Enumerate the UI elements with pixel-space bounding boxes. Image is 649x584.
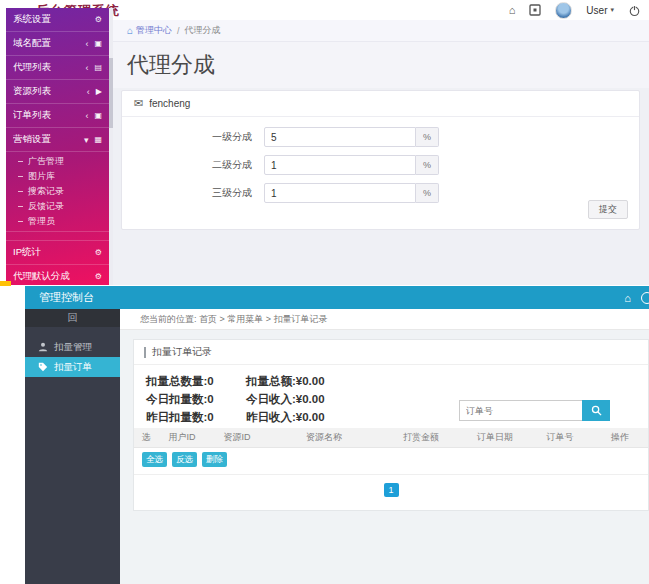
sidebar-item-deduction-orders[interactable]: 扣量订单 <box>25 357 120 377</box>
stats-row: 昨日扣量数:0 昨日收入:¥0.00 <box>146 408 325 426</box>
breadcrumb-home-link[interactable]: 管理中心 <box>136 24 172 37</box>
level1-split-input[interactable] <box>264 127 416 147</box>
console-topbar: 管理控制台 ⌂ <box>25 286 649 309</box>
form-row: 三级分成 % <box>122 183 639 203</box>
stat-total-amount: 扣量总额:¥0.00 <box>246 372 325 390</box>
stats-row: 扣量总数量:0 扣量总额:¥0.00 <box>146 372 325 390</box>
stat-yesterday-count: 昨日扣量数:0 <box>146 408 246 426</box>
apps-icon[interactable] <box>529 4 541 16</box>
dash-icon <box>18 176 23 177</box>
resize-handle[interactable] <box>0 281 11 286</box>
sidebar-item-ip-stats[interactable]: IP统计 ⚙ <box>6 240 109 265</box>
stat-total-count: 扣量总数量:0 <box>146 372 246 390</box>
user-dropdown[interactable]: User ▾ <box>586 5 614 16</box>
col-order-date: 订单日期 <box>462 431 528 444</box>
sidebar-submenu: 广告管理 图片库 搜索记录 反馈记录 管理员 <box>6 152 109 232</box>
play-icon: ▶ <box>96 87 102 96</box>
sidebar-item-domain-config[interactable]: 域名配置 ‹ ▣ <box>6 32 109 56</box>
stats-block: 扣量总数量:0 扣量总额:¥0.00 今日扣量数:0 今日收入:¥0.00 昨日… <box>146 372 325 426</box>
submenu-item-image-library[interactable]: 图片库 <box>6 169 109 184</box>
sidebar-item-agent-list[interactable]: 代理列表 ‹ ▤ <box>6 56 109 80</box>
col-resource-id: 资源ID <box>206 431 268 444</box>
submenu-item-administrators[interactable]: 管理员 <box>6 214 109 229</box>
gear-icon: ⚙ <box>95 15 102 24</box>
table-header: 选 用户ID 资源ID 资源名称 打赏金额 订单日期 订单号 操作 <box>134 428 648 448</box>
home-icon: ⌂ <box>127 25 133 36</box>
accent-bar <box>144 347 146 358</box>
panel-title: 扣量订单记录 <box>152 345 212 359</box>
sidebar-item-system-settings[interactable]: 系统设置 ⚙ <box>6 8 109 32</box>
tag-icon <box>38 362 48 372</box>
sidebar-item-label: IP统计 <box>13 246 41 259</box>
percent-addon: % <box>416 127 439 147</box>
chevron-left-icon: ‹ <box>85 39 88 49</box>
select-all-button[interactable]: 全选 <box>142 452 167 467</box>
invert-selection-button[interactable]: 反选 <box>172 452 197 467</box>
circle-icon[interactable] <box>641 292 649 304</box>
chevron-left-icon: ‹ <box>85 111 88 121</box>
page-title: 代理分成 <box>127 50 215 80</box>
search-icon <box>591 405 602 416</box>
sidebar-item-label: 扣量订单 <box>54 361 92 374</box>
delete-button[interactable]: 删除 <box>202 452 227 467</box>
pagination: 1 <box>134 474 648 505</box>
col-select: 选 <box>134 431 158 444</box>
commission-card: ✉ fencheng 一级分成 % 二级分成 % 三级分成 % <box>121 90 640 230</box>
percent-addon: % <box>416 155 439 175</box>
submenu-label: 反馈记录 <box>28 200 64 213</box>
percent-addon: % <box>416 183 439 203</box>
dash-icon <box>18 191 23 192</box>
stat-yesterday-income: 昨日收入:¥0.00 <box>246 408 325 426</box>
commission-form: 一级分成 % 二级分成 % 三级分成 % <box>122 117 639 203</box>
bulk-actions: 全选 反选 删除 <box>142 452 227 467</box>
card-header: ✉ fencheng <box>122 91 639 117</box>
sidebar-item-order-list[interactable]: 订单列表 ‹ ▣ <box>6 104 109 128</box>
breadcrumb-current: 代理分成 <box>185 24 221 37</box>
user-avatar[interactable] <box>555 2 572 19</box>
sidebar-item-deduction-management[interactable]: 扣量管理 <box>25 337 120 357</box>
chevron-left-icon: ‹ <box>85 63 88 73</box>
home-icon[interactable]: ⌂ <box>624 292 631 304</box>
sidebar-item-label: 代理列表 <box>13 61 51 74</box>
user-icon <box>38 342 48 352</box>
list-icon: ▤ <box>94 63 102 72</box>
form-row: 一级分成 % <box>122 127 639 147</box>
col-actions: 操作 <box>592 431 648 444</box>
sidebar-item-label: 资源列表 <box>13 85 51 98</box>
sidebar-primary: 系统设置 ⚙ 域名配置 ‹ ▣ 代理列表 ‹ ▤ 资源列表 ‹ ▶ 订单列表 ‹… <box>6 8 109 285</box>
app2-content: 您当前的位置: 首页 > 常用菜单 > 扣量订单记录 扣量订单记录 扣量总数量:… <box>120 309 649 584</box>
page-1-button[interactable]: 1 <box>384 483 399 497</box>
level2-split-input[interactable] <box>264 155 416 175</box>
chevron-down-icon: ▾ <box>84 135 89 145</box>
app1-content: ⌂ 管理中心 / 代理分成 代理分成 ✉ fencheng 一级分成 % 二级分… <box>113 20 649 285</box>
submenu-item-search-records[interactable]: 搜索记录 <box>6 184 109 199</box>
sidebar-item-marketing-settings[interactable]: 营销设置 ▾ ▦ <box>6 128 109 152</box>
gear-icon: ⚙ <box>95 272 102 281</box>
box-icon: ▣ <box>94 39 102 48</box>
title-band: 代理分成 <box>113 42 649 88</box>
chevron-left-icon: ‹ <box>87 87 90 97</box>
stat-today-income: 今日收入:¥0.00 <box>246 390 325 408</box>
sidebar-item-label: 营销设置 <box>13 133 51 146</box>
col-reward-amount: 打赏金额 <box>380 431 462 444</box>
power-icon[interactable] <box>628 4 641 17</box>
gear-icon: ⚙ <box>95 248 102 257</box>
orders-panel: 扣量订单记录 扣量总数量:0 扣量总额:¥0.00 今日扣量数:0 今日收入:¥… <box>133 339 649 511</box>
level3-split-input[interactable] <box>264 183 416 203</box>
col-resource-name: 资源名称 <box>268 431 380 444</box>
submenu-label: 广告管理 <box>28 155 64 168</box>
sidebar-item-resource-list[interactable]: 资源列表 ‹ ▶ <box>6 80 109 104</box>
monitor-icon: ▦ <box>94 135 102 144</box>
level3-split-label: 三级分成 <box>122 186 264 200</box>
agent-name: fencheng <box>149 98 190 109</box>
submenu-item-feedback-records[interactable]: 反馈记录 <box>6 199 109 214</box>
submenu-item-ad-management[interactable]: 广告管理 <box>6 154 109 169</box>
search-button[interactable] <box>582 400 610 421</box>
user-name: User <box>586 5 607 16</box>
screen: 后台管理系统 ⌂ User ▾ 系统设置 ⚙ 域名配置 ‹ ▣ <box>0 0 649 584</box>
home-icon[interactable]: ⌂ <box>509 2 516 18</box>
stat-today-count: 今日扣量数:0 <box>146 390 246 408</box>
search-input[interactable] <box>459 400 582 421</box>
submit-button[interactable]: 提交 <box>588 200 628 219</box>
sidebar-item-label: 扣量管理 <box>54 341 92 354</box>
